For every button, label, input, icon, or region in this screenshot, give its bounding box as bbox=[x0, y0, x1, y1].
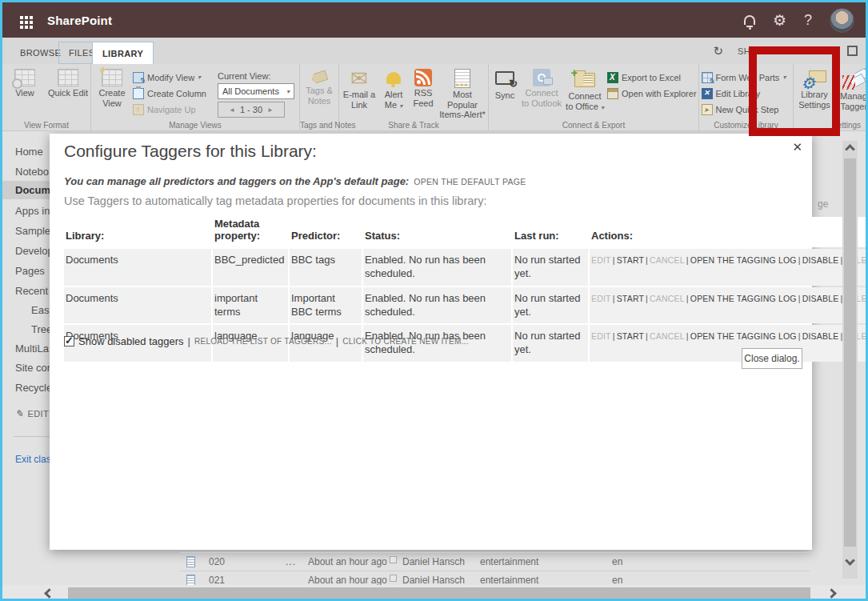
edit-action[interactable]: EDIT bbox=[591, 255, 611, 265]
group-tags-notes: Tags & Notes Tags and Notes bbox=[300, 64, 339, 130]
group-connect-export: Sync O Connect to Outlook + Connect to O… bbox=[489, 64, 699, 130]
pager-next-icon[interactable]: ► bbox=[267, 106, 274, 114]
alert-me-button[interactable]: Alert Me ▾ bbox=[379, 67, 408, 110]
connect-outlook-button[interactable]: O Connect to Outlook bbox=[521, 67, 562, 108]
vertical-scrollbar-thumb[interactable] bbox=[844, 158, 856, 547]
reload-taggers-link[interactable]: RELOAD THE LIST OF TAGGERS... bbox=[194, 337, 332, 346]
suite-bar-actions: ⚙ ? bbox=[744, 2, 854, 38]
navigate-up-icon bbox=[133, 104, 144, 115]
create-column-button[interactable]: Create Column bbox=[133, 86, 216, 100]
pager-prev-icon[interactable]: ◄ bbox=[229, 106, 235, 114]
current-view-dropdown[interactable]: All Documents▾ bbox=[218, 83, 294, 99]
sidebar-item-multilang[interactable]: MultiLa bbox=[15, 343, 49, 355]
open-tagging-log-action[interactable]: OPEN THE TAGGING LOG bbox=[690, 255, 797, 265]
cell-status: Enabled. No run has been scheduled. bbox=[363, 249, 511, 286]
cell-actions: EDIT|START|CANCEL|OPEN THE TAGGING LOG|D… bbox=[590, 249, 866, 286]
cell-metadata: important terms bbox=[213, 287, 288, 324]
horizontal-scrollbar[interactable] bbox=[2, 585, 866, 601]
group-manage-views: ★ Create View Modify View▾ Create Column… bbox=[91, 64, 300, 130]
edit-action[interactable]: EDIT bbox=[591, 294, 611, 303]
sidebar-item-pages[interactable]: Pages bbox=[15, 265, 45, 277]
create-view-button[interactable]: ★ Create View bbox=[93, 67, 131, 108]
start-action[interactable]: START bbox=[617, 331, 644, 341]
row-checkbox[interactable] bbox=[390, 575, 397, 582]
most-popular-button[interactable]: Most Popular Items-Alert* bbox=[438, 67, 486, 120]
disable-action[interactable]: DISABLE bbox=[802, 331, 839, 341]
exit-classic-link[interactable]: Exit clas bbox=[15, 454, 51, 465]
open-tagging-log-action[interactable]: OPEN THE TAGGING LOG bbox=[690, 294, 797, 303]
navigate-up-button[interactable]: Navigate Up bbox=[133, 102, 216, 116]
annotation-highlight-box bbox=[749, 46, 840, 136]
open-default-page-link[interactable]: OPEN THE DEFAULT PAGE bbox=[414, 177, 526, 186]
show-disabled-checkbox[interactable] bbox=[64, 336, 74, 347]
settings-gear-icon[interactable]: ⚙ bbox=[773, 13, 786, 28]
focus-on-content-icon[interactable] bbox=[847, 46, 858, 56]
app-launcher-icon[interactable] bbox=[20, 16, 23, 19]
cancel-action[interactable]: CANCEL bbox=[650, 255, 685, 265]
horizontal-scrollbar-thumb[interactable] bbox=[68, 587, 810, 599]
edit-library-icon bbox=[702, 88, 713, 99]
dialog-footer: Show disabled taggers | RELOAD THE LIST … bbox=[64, 335, 469, 347]
edit-links-button[interactable]: ✎EDIT bbox=[15, 408, 49, 419]
group-label-tags-notes: Tags and Notes bbox=[300, 121, 338, 130]
language-value: en bbox=[612, 575, 622, 586]
cancel-action[interactable]: CANCEL bbox=[650, 294, 685, 303]
export-excel-button[interactable]: Export to Excel bbox=[607, 70, 697, 84]
scroll-left-icon[interactable] bbox=[44, 588, 54, 599]
configure-taggers-dialog: ✕ Configure Taggers for this Library: Yo… bbox=[50, 134, 812, 550]
notifications-bell-icon[interactable] bbox=[744, 15, 755, 25]
manage-taggers-button[interactable]: Manage Taggers bbox=[835, 67, 868, 111]
office-folder-icon: + bbox=[574, 73, 595, 87]
item-pager[interactable]: ◄1 - 30► bbox=[218, 102, 285, 118]
col-header-actions: Actions: bbox=[590, 217, 866, 247]
rss-feed-button[interactable]: RSS Feed bbox=[410, 67, 437, 108]
user-avatar[interactable] bbox=[830, 8, 854, 33]
refresh-icon[interactable]: ↻ bbox=[713, 44, 723, 58]
sync-icon bbox=[495, 71, 514, 85]
cell-lastrun: No run started yet. bbox=[513, 287, 588, 324]
sidebar-item-documents[interactable]: Docum bbox=[15, 184, 50, 196]
row-checkbox[interactable] bbox=[390, 556, 397, 563]
close-dialog-button[interactable]: Close dialog. bbox=[742, 348, 802, 369]
vertical-scrollbar[interactable] bbox=[842, 141, 858, 579]
explorer-icon bbox=[607, 88, 618, 99]
view-button[interactable]: View bbox=[4, 67, 46, 98]
open-explorer-button[interactable]: Open with Explorer bbox=[607, 86, 697, 100]
sidebar-item-site-contents[interactable]: Site con bbox=[15, 362, 53, 374]
tab-library[interactable]: LIBRARY bbox=[92, 42, 154, 64]
current-view-label: Current View: bbox=[218, 70, 298, 81]
sidebar-item-apps[interactable]: Apps in bbox=[15, 205, 50, 217]
quick-edit-button[interactable]: Quick Edit bbox=[47, 67, 89, 98]
ribbon: View Quick Edit View Format ★ Create Vie… bbox=[2, 64, 866, 131]
modify-view-button[interactable]: Modify View▾ bbox=[133, 70, 216, 84]
create-column-icon bbox=[133, 88, 144, 99]
sidebar-item-home[interactable]: Home bbox=[15, 146, 43, 158]
connect-office-button[interactable]: + Connect to Office ▾ bbox=[564, 67, 606, 111]
sidebar-item-recycle[interactable]: Recycle bbox=[15, 382, 52, 394]
open-tagging-log-action[interactable]: OPEN THE TAGGING LOG bbox=[690, 331, 797, 341]
help-icon[interactable]: ? bbox=[804, 12, 812, 29]
disable-action[interactable]: DISABLE bbox=[802, 294, 839, 303]
show-disabled-label: Show disabled taggers bbox=[78, 335, 184, 347]
scroll-up-icon[interactable] bbox=[845, 144, 855, 154]
col-header-library: Library: bbox=[64, 217, 211, 247]
start-action[interactable]: START bbox=[617, 294, 644, 303]
scroll-right-icon[interactable] bbox=[826, 588, 837, 599]
quick-edit-icon bbox=[58, 69, 78, 86]
edit-action[interactable]: EDIT bbox=[591, 331, 611, 341]
start-action[interactable]: START bbox=[617, 255, 644, 265]
email-link-button[interactable]: ✉ E-mail a Link bbox=[341, 67, 378, 110]
sidebar-item-notebook[interactable]: Notebo bbox=[15, 166, 49, 178]
disable-action[interactable]: DISABLE bbox=[802, 255, 839, 265]
create-new-item-link[interactable]: CLICK TO CREATE NEW ITEM... bbox=[342, 337, 469, 346]
cancel-action[interactable]: CANCEL bbox=[650, 331, 685, 341]
sidebar-item-recent[interactable]: Recent bbox=[15, 285, 48, 297]
sync-button[interactable]: Sync bbox=[490, 67, 519, 101]
suite-bar: SharePoint ⚙ ? bbox=[2, 2, 866, 38]
ellipsis-menu-icon[interactable]: ... bbox=[286, 556, 296, 567]
tags-notes-button[interactable]: Tags & Notes bbox=[302, 67, 337, 106]
app-title: SharePoint bbox=[47, 14, 112, 27]
scroll-down-icon[interactable] bbox=[845, 555, 855, 566]
sidebar-item-develop[interactable]: Develop bbox=[15, 245, 54, 257]
close-icon[interactable]: ✕ bbox=[792, 140, 802, 154]
